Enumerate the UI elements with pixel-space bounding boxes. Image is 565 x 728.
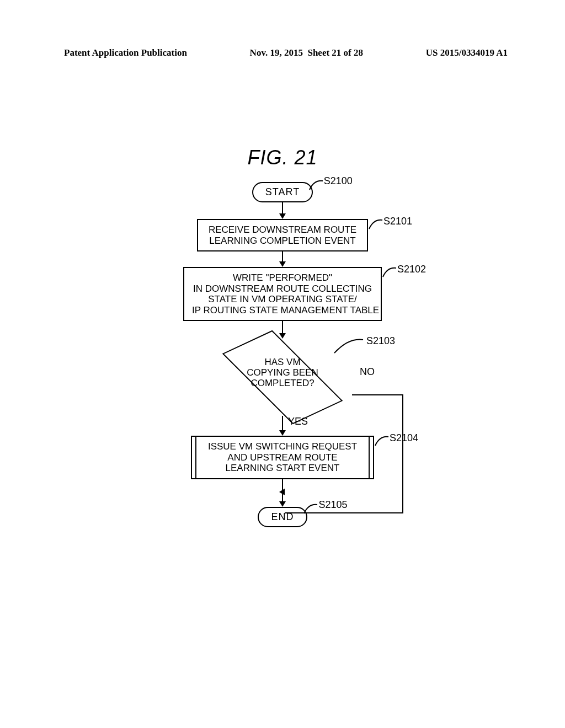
flowchart: START S2100 RECEIVE DOWNSTREAM ROUTE LEA… (0, 182, 565, 527)
node-end: END (258, 507, 307, 527)
node-process: RECEIVE DOWNSTREAM ROUTE LEARNING COMPLE… (197, 219, 368, 251)
arrow-down-icon (279, 501, 286, 507)
header-right: US 2015/0334019 A1 (426, 47, 508, 58)
arrow-down-icon (279, 430, 286, 436)
branch-yes-label: YES (288, 416, 308, 427)
header-mid: Nov. 19, 2015 Sheet 21 of 28 (250, 47, 363, 58)
step-label: S2103 (366, 335, 395, 347)
process-text: WRITE "PERFORMED" IN DOWNSTREAM ROUTE CO… (192, 272, 379, 315)
node-process: WRITE "PERFORMED" IN DOWNSTREAM ROUTE CO… (183, 267, 382, 321)
step-label: S2100 (324, 175, 353, 187)
step-label: S2105 (318, 499, 347, 511)
branch-no-label: NO (360, 366, 375, 378)
step-label: S2101 (383, 216, 412, 227)
process-text: ISSUE VM SWITCHING REQUEST AND UPSTREAM … (208, 441, 357, 473)
node-subprocess: ISSUE VM SWITCHING REQUEST AND UPSTREAM … (191, 436, 374, 479)
decision-text: HAS VM COPYING BEEN COMPLETED? (212, 357, 353, 388)
step-label: S2104 (390, 432, 418, 444)
arrow-down-icon (279, 213, 286, 219)
header-left: Patent Application Publication (64, 47, 187, 58)
arrow-left-icon (279, 489, 285, 495)
node-decision: HAS VM COPYING BEEN COMPLETED? (212, 339, 353, 416)
doc-header: Patent Application Publication Nov. 19, … (64, 47, 508, 58)
figure-title: FIG. 21 (0, 146, 565, 169)
arrow-down-icon (279, 261, 286, 267)
process-text: RECEIVE DOWNSTREAM ROUTE LEARNING COMPLE… (209, 224, 356, 246)
node-start: START (252, 182, 313, 202)
step-label: S2102 (397, 264, 426, 275)
